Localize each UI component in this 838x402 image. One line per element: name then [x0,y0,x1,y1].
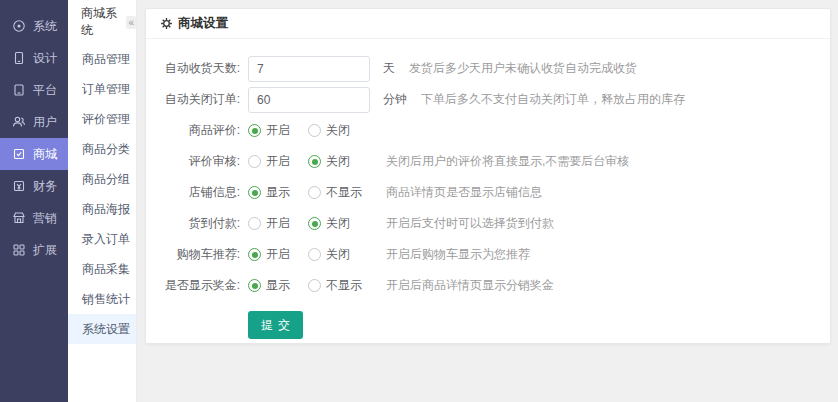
system-icon [12,19,26,33]
sidebar-item-label: 财务 [33,178,57,195]
settings-card: 商城设置 自动收货天数: 天 发货后多少天用户未确认收货自动完成收货 自动关闭订… [145,8,831,344]
radio-show[interactable]: 显示 [248,277,290,294]
form-row-review-audit: 评价审核: 开启 关闭 关闭后用户的评价将直接显示,不需要后台审核 [146,146,830,177]
sidebar-item-label: 平台 [33,82,57,99]
radio-circle-icon [308,279,321,292]
sidebar-item-users[interactable]: 用户 [0,106,68,138]
page-title: 商城设置 [178,15,228,32]
field-hint: 开启后购物车显示为您推荐 [386,246,530,263]
radio-show[interactable]: 显示 [248,184,290,201]
sidebar-item-extend[interactable]: 扩展 [0,234,68,266]
sidebar-item-label: 商城 [33,146,57,163]
radio-hide[interactable]: 不显示 [308,277,362,294]
field-hint: 下单后多久不支付自动关闭订单，释放占用的库存 [421,91,685,108]
radio-circle-icon [248,155,261,168]
radio-on[interactable]: 开启 [248,215,290,232]
field-unit: 天 [383,60,395,77]
radio-off[interactable]: 关闭 [308,215,350,232]
field-label: 货到付款: [146,215,248,232]
sidebar-item-label: 设计 [33,50,57,67]
mall-icon [12,147,26,161]
sidebar-item-label: 系统 [33,18,57,35]
secondary-sidebar: 商城系统 « 商品管理 订单管理 评价管理 商品分类 商品分组 商品海报 录入订… [68,0,137,402]
field-hint: 开启后商品详情页显示分销奖金 [386,277,554,294]
auto-close-minutes-input[interactable] [248,87,370,113]
field-label: 商品评价: [146,122,248,139]
radio-off[interactable]: 关闭 [308,153,350,170]
sidebar-item-design[interactable]: 设计 [0,42,68,74]
submenu-item-sales-stats[interactable]: 销售统计 [68,284,136,314]
cart-recommend-radio-group: 开启 关闭 [248,246,386,263]
radio-circle-icon [308,186,321,199]
field-label: 是否显示奖金: [146,277,248,294]
sidebar-item-finance[interactable]: 财务 [0,170,68,202]
sidebar-item-label: 用户 [33,114,57,131]
radio-circle-icon [308,248,321,261]
submenu-item-goods-poster[interactable]: 商品海报 [68,194,136,224]
field-hint: 开启后支付时可以选择货到付款 [386,215,554,232]
submenu-item-goods-category[interactable]: 商品分类 [68,134,136,164]
show-bonus-radio-group: 显示 不显示 [248,277,386,294]
extend-icon [12,243,26,257]
field-label: 自动收货天数: [146,60,248,77]
radio-off[interactable]: 关闭 [308,122,350,139]
radio-circle-icon [308,124,321,137]
sidebar-item-system[interactable]: 系统 [0,10,68,42]
cod-radio-group: 开启 关闭 [248,215,386,232]
sidebar-item-marketing[interactable]: 营销 [0,202,68,234]
finance-icon [12,179,26,193]
form-row-auto-receive: 自动收货天数: 天 发货后多少天用户未确认收货自动完成收货 [146,53,830,84]
sidebar-item-label: 营销 [33,210,57,227]
platform-icon [12,83,26,97]
submenu-header: 商城系统 « [68,0,136,44]
submenu-item-goods-collect[interactable]: 商品采集 [68,254,136,284]
field-hint: 商品详情页是否显示店铺信息 [386,184,542,201]
review-audit-radio-group: 开启 关闭 [248,153,386,170]
form-row-cart-recommend: 购物车推荐: 开启 关闭 开启后购物车显示为您推荐 [146,239,830,270]
form-row-auto-close: 自动关闭订单: 分钟 下单后多久不支付自动关闭订单，释放占用的库存 [146,84,830,115]
field-label: 评价审核: [146,153,248,170]
radio-circle-icon [308,155,321,168]
main-content: 商城设置 自动收货天数: 天 发货后多少天用户未确认收货自动完成收货 自动关闭订… [137,0,838,402]
submit-button[interactable]: 提交 [248,311,303,339]
submenu-item-goods-group[interactable]: 商品分组 [68,164,136,194]
sidebar-item-label: 扩展 [33,242,57,259]
radio-on[interactable]: 开启 [248,153,290,170]
settings-form: 自动收货天数: 天 发货后多少天用户未确认收货自动完成收货 自动关闭订单: 分钟… [146,39,830,339]
form-row-show-bonus: 是否显示奖金: 显示 不显示 开启后商品详情页显示分销奖金 [146,270,830,301]
radio-circle-icon [248,279,261,292]
radio-circle-icon [248,217,261,230]
sidebar-item-mall[interactable]: 商城 [0,138,68,170]
field-label: 自动关闭订单: [146,91,248,108]
radio-hide[interactable]: 不显示 [308,184,362,201]
radio-circle-icon [308,217,321,230]
shop-info-radio-group: 显示 不显示 [248,184,386,201]
submenu-item-enter-order[interactable]: 录入订单 [68,224,136,254]
field-label: 购物车推荐: [146,246,248,263]
gear-icon [160,17,173,30]
goods-review-radio-group: 开启 关闭 [248,122,386,139]
field-hint: 关闭后用户的评价将直接显示,不需要后台审核 [386,153,629,170]
radio-circle-icon [248,124,261,137]
submenu-item-review-manage[interactable]: 评价管理 [68,104,136,134]
submenu-title: 商城系统 [81,5,123,39]
radio-on[interactable]: 开启 [248,246,290,263]
button-row: 提交 [146,311,830,339]
marketing-icon [12,211,26,225]
radio-off[interactable]: 关闭 [308,246,350,263]
field-unit: 分钟 [383,91,407,108]
form-row-shop-info: 店铺信息: 显示 不显示 商品详情页是否显示店铺信息 [146,177,830,208]
design-icon [12,51,26,65]
submenu-item-order-manage[interactable]: 订单管理 [68,74,136,104]
submenu-item-goods-manage[interactable]: 商品管理 [68,44,136,74]
field-label: 店铺信息: [146,184,248,201]
collapse-sidebar-icon[interactable]: « [126,16,136,29]
radio-on[interactable]: 开启 [248,122,290,139]
auto-receive-days-input[interactable] [248,56,370,82]
sidebar-item-platform[interactable]: 平台 [0,74,68,106]
field-hint: 发货后多少天用户未确认收货自动完成收货 [409,60,637,77]
form-row-cod: 货到付款: 开启 关闭 开启后支付时可以选择货到付款 [146,208,830,239]
radio-circle-icon [248,186,261,199]
submenu-item-system-settings[interactable]: 系统设置 [68,314,136,344]
form-row-goods-review: 商品评价: 开启 关闭 [146,115,830,146]
